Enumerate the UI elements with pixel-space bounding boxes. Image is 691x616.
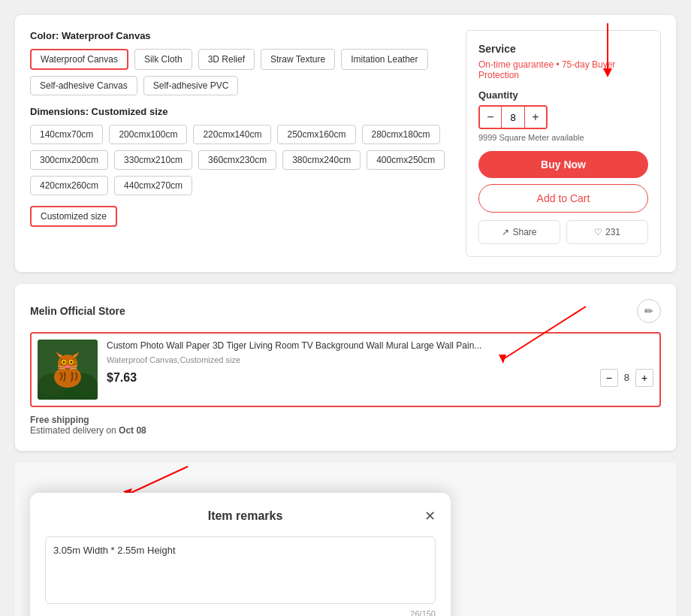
dim-280x180[interactable]: 280cmx180cm	[362, 125, 440, 144]
options-section: Color: Waterproof Canvas Waterproof Canv…	[30, 30, 451, 257]
delivery-text: Estimated delivery on Oct 08	[30, 425, 661, 436]
quantity-control: − +	[478, 105, 548, 129]
color-option-imitation[interactable]: Imitation Leather	[341, 49, 427, 70]
service-title: Service	[478, 43, 648, 55]
delivery-date: Oct 08	[119, 425, 146, 436]
dim-380x240[interactable]: 380cmx240cm	[282, 150, 361, 170]
char-count: 26/150	[45, 609, 436, 616]
color-option-silk[interactable]: Silk Cloth	[134, 49, 192, 70]
product-qty-plus[interactable]: +	[635, 369, 653, 387]
item-remarks-modal: Item remarks ✕ 3.05m Width * 2.55m Heigh…	[30, 493, 451, 616]
qty-plus-btn[interactable]: +	[525, 107, 546, 128]
svg-line-23	[128, 467, 188, 494]
share-icon: ↗	[502, 227, 509, 237]
dimensions-section: Dimensions: Customized size 140cmx70cm 2…	[30, 106, 451, 227]
dim-220x140[interactable]: 220cmx140cm	[193, 125, 271, 144]
dim-300x200[interactable]: 300cmx200cm	[30, 150, 108, 170]
customized-size-btn[interactable]: Customized size	[30, 206, 117, 227]
product-price: $7.63	[107, 371, 137, 385]
dim-360x230[interactable]: 360cmx230cm	[198, 150, 276, 170]
product-subtitle: Waterproof Canvas,Customized size	[107, 355, 653, 364]
product-thumbnail	[38, 340, 98, 400]
heart-icon: ♡	[594, 227, 602, 237]
product-options-card: Color: Waterproof Canvas Waterproof Canv…	[15, 15, 676, 272]
dim-330x210[interactable]: 330cmx210cm	[114, 150, 192, 170]
dimensions-label: Dimensions: Customized size	[30, 106, 451, 117]
service-guarantee: On-time guarantee	[478, 59, 554, 70]
modal-header: Item remarks ✕	[45, 508, 436, 524]
share-label: Share	[512, 227, 536, 237]
service-text: On-time guarantee • 75-day Buyer Protect…	[478, 59, 648, 80]
svg-point-9	[58, 355, 77, 373]
wishlist-button[interactable]: ♡ 231	[566, 220, 648, 244]
color-options: Waterproof Canvas Silk Cloth 3D Relief S…	[30, 49, 451, 95]
color-option-waterproof[interactable]: Waterproof Canvas	[30, 49, 128, 70]
product-row: Custom Photo Wall Paper 3D Tiger Living …	[30, 332, 661, 407]
qty-minus-btn[interactable]: −	[480, 107, 501, 128]
product-qty-value: 8	[624, 372, 629, 383]
dim-200x100[interactable]: 200cmx100cm	[109, 125, 187, 144]
service-panel: Service On-time guarantee • 75-day Buyer…	[466, 30, 661, 257]
dim-420x260[interactable]: 420cmx260cm	[30, 176, 108, 195]
shipping-label: Free shipping	[30, 415, 661, 425]
svg-point-16	[63, 361, 65, 364]
edit-button[interactable]: ✏	[637, 299, 661, 323]
product-qty-minus[interactable]: −	[600, 369, 618, 387]
buy-now-button[interactable]: Buy Now	[478, 151, 648, 178]
color-option-straw[interactable]: Straw Texture	[261, 49, 335, 70]
color-label: Color: Waterproof Canvas	[30, 30, 451, 41]
product-qty-control: − 8 +	[600, 369, 653, 387]
shipping-info: Free shipping Estimated delivery on Oct …	[30, 415, 661, 436]
product-image	[38, 340, 98, 400]
share-row: ↗ Share ♡ 231	[478, 220, 648, 244]
svg-point-18	[65, 365, 70, 368]
share-button[interactable]: ↗ Share	[478, 220, 560, 244]
remarks-textarea[interactable]: 3.05m Width * 2.55m Height	[45, 536, 436, 604]
quantity-label: Quantity	[478, 89, 648, 101]
color-option-3d[interactable]: 3D Relief	[198, 49, 255, 70]
modal-backdrop: Item remarks ✕ 3.05m Width * 2.55m Heigh…	[15, 463, 676, 616]
color-option-self-pvc[interactable]: Self-adhesive PVC	[143, 76, 239, 95]
pencil-icon: ✏	[644, 305, 653, 317]
modal-title: Item remarks	[66, 509, 424, 523]
dim-140x70[interactable]: 140cmx70cm	[30, 125, 103, 144]
dim-400x250[interactable]: 400cmx250cm	[367, 150, 445, 170]
available-text: 9999 Square Meter available	[478, 133, 648, 142]
dim-250x160[interactable]: 250cmx160cm	[277, 125, 355, 144]
product-info: Custom Photo Wall Paper 3D Tiger Living …	[107, 340, 653, 400]
store-name: Melin Official Store	[30, 305, 125, 317]
dimension-options: 140cmx70cm 200cmx100cm 220cmx140cm 250cm…	[30, 125, 451, 195]
color-option-self-canvas[interactable]: Self-adhesive Canvas	[30, 76, 137, 95]
modal-close-button[interactable]: ✕	[424, 508, 436, 524]
store-header: Melin Official Store ✏	[30, 299, 661, 323]
svg-point-17	[71, 361, 73, 364]
store-card: Melin Official Store ✏	[15, 284, 676, 451]
wish-count: 231	[605, 227, 620, 237]
add-to-cart-button[interactable]: Add to Cart	[478, 184, 648, 213]
dim-440x270[interactable]: 440cmx270cm	[114, 176, 192, 195]
product-title: Custom Photo Wall Paper 3D Tiger Living …	[107, 340, 653, 352]
qty-input[interactable]	[501, 107, 525, 128]
